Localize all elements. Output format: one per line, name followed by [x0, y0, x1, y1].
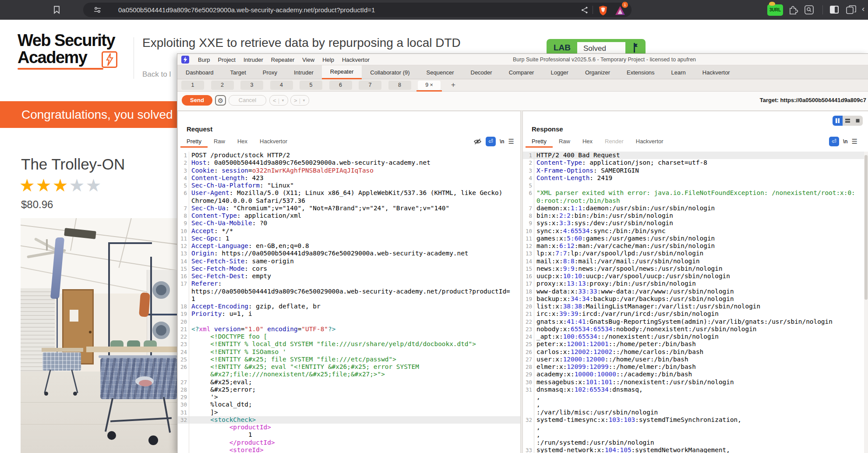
- hide-icon[interactable]: [473, 138, 482, 145]
- code-line[interactable]: 15Sec-Fetch-Mode: cors: [178, 265, 520, 273]
- code-line[interactable]: 5: [523, 182, 868, 189]
- code-line[interactable]: 18Accept-Encoding: gzip, deflate, br: [178, 303, 520, 310]
- bookmark-icon[interactable]: [53, 6, 60, 14]
- view-tab-render[interactable]: Render: [599, 136, 630, 148]
- code-line[interactable]: 15news:x:9:9:news:/var/spool/news:/usr/s…: [523, 265, 868, 273]
- send-button[interactable]: Send: [182, 95, 212, 106]
- code-line[interactable]: 14Sec-Fetch-Site: same-origin: [178, 258, 520, 265]
- code-line[interactable]: 28 &#x25;error;: [178, 386, 520, 393]
- code-line[interactable]: 5Sec-Ch-Ua-Platform: "Linux": [178, 182, 520, 189]
- tab-sequencer[interactable]: Sequencer: [418, 65, 462, 79]
- view-tab-hackvertor[interactable]: Hackvertor: [630, 136, 670, 148]
- repeater-tab-5[interactable]: 5: [300, 81, 322, 90]
- scrollbar-thumb[interactable]: [864, 155, 868, 300]
- search-box-icon[interactable]: [804, 5, 814, 15]
- code-line[interactable]: 32 <stockCheck>: [178, 416, 520, 424]
- code-line[interactable]: 22gnats:x:41:41:GnatsBug-ReportingSystem…: [523, 318, 868, 326]
- repeater-tab-8[interactable]: 8: [388, 81, 411, 90]
- code-line[interactable]: 9sys:x:3:3:sys:/dev:/usr/sbin/nologin: [523, 219, 868, 227]
- code-line[interactable]: 20: [178, 318, 520, 326]
- view-tab-raw[interactable]: Raw: [208, 136, 231, 148]
- new-repeater-tab-button[interactable]: +: [448, 81, 459, 90]
- tab-target[interactable]: Target: [222, 65, 254, 79]
- code-line[interactable]: 6User-Agent: Mozilla/5.0 (X11; Linux x86…: [178, 189, 520, 197]
- code-line[interactable]: 1: [178, 431, 520, 439]
- code-line[interactable]: 29academy:x:10000:10000::/academy:/bin/b…: [523, 371, 868, 378]
- menu-intruder[interactable]: Intruder: [240, 57, 267, 63]
- code-line[interactable]: 8bin:x:2:2:bin:/bin:/usr/sbin/nologin: [523, 212, 868, 219]
- view-tab-hackvertor[interactable]: Hackvertor: [254, 136, 293, 148]
- code-line[interactable]: 2Content-Type: application/json; charset…: [523, 159, 868, 166]
- chevron-icon[interactable]: ‹: [862, 4, 864, 14]
- code-line[interactable]: 12Accept-Language: en-GB,en;q=0.8: [178, 242, 520, 250]
- code-line[interactable]: 11Sec-Gpc: 1: [178, 235, 520, 242]
- menu-view[interactable]: View: [298, 57, 318, 63]
- code-line[interactable]: ,: [523, 393, 868, 401]
- menu-hackvertor[interactable]: Hackvertor: [338, 57, 374, 63]
- response-scrollbar[interactable]: [864, 152, 868, 453]
- tab-repeater[interactable]: Repeater: [322, 65, 362, 79]
- code-line[interactable]: 1HTTP/2 400 Bad Request: [523, 152, 868, 159]
- code-line[interactable]: https://0a0500b504441d9a809c76e50029000a…: [178, 288, 520, 295]
- code-line[interactable]: 31 ]>: [178, 409, 520, 416]
- code-line[interactable]: Chrome/140.0.0.0 Safari/537.36: [178, 197, 520, 205]
- code-line[interactable]: ,: [523, 401, 868, 408]
- code-line[interactable]: <storeId>: [178, 446, 520, 453]
- view-tab-raw[interactable]: Raw: [553, 136, 576, 148]
- tab-organizer[interactable]: Organizer: [577, 65, 618, 79]
- code-line[interactable]: 3Cookie: session=o322nIwrKAghfPNSBaldEPI…: [178, 167, 520, 174]
- repeater-tab-9[interactable]: 9 ×: [418, 81, 441, 90]
- code-line[interactable]: 19backup:x:34:34:backup:/var/backups:/us…: [523, 295, 868, 303]
- tab-hackvertor[interactable]: Hackvertor: [694, 65, 738, 79]
- editor-menu-icon[interactable]: ☰: [852, 138, 857, 145]
- code-line[interactable]: 2Host: 0a0500b504441d9a809c76e50029000a.…: [178, 159, 520, 166]
- code-line[interactable]: 24_apt:x:100:65534::/nonexistent:/usr/sb…: [523, 333, 868, 340]
- share-icon[interactable]: [581, 6, 589, 14]
- repeater-tab-6[interactable]: 6: [329, 81, 352, 90]
- code-line[interactable]: 17proxy:x:13:13:proxy:/bin:/usr/sbin/nol…: [523, 280, 868, 287]
- code-line[interactable]: 18www-data:x:33:33:www-data:/var/www:/us…: [523, 288, 868, 295]
- code-line[interactable]: &#x27;file:///nonexistent/&#x25;file;&#x…: [178, 371, 520, 378]
- view-tab-hex[interactable]: Hex: [231, 136, 254, 148]
- extensions-puzzle-icon[interactable]: [788, 5, 798, 15]
- code-line[interactable]: 1POST /product/stock HTTP/2: [178, 152, 520, 159]
- next-request-button[interactable]: >|▼: [290, 95, 309, 106]
- windows-icon[interactable]: [846, 5, 857, 14]
- request-editor[interactable]: 1POST /product/stock HTTP/22Host: 0a0500…: [178, 152, 520, 453]
- tab-comparer[interactable]: Comparer: [501, 65, 543, 79]
- code-line[interactable]: </productId>: [178, 439, 520, 446]
- tab-collaborator-9-[interactable]: Collaborator (9): [362, 65, 418, 79]
- code-line[interactable]: 3X-Frame-Options: SAMEORIGIN: [523, 167, 868, 174]
- code-line[interactable]: ,: [523, 424, 868, 431]
- menu-burp[interactable]: Burp: [194, 57, 214, 63]
- menu-project[interactable]: Project: [214, 57, 239, 63]
- single-layout-button[interactable]: [853, 116, 863, 126]
- code-line[interactable]: 33systemd-network:x:104:105:systemdNetwo…: [523, 446, 868, 453]
- rows-layout-button[interactable]: [843, 116, 853, 126]
- response-editor[interactable]: 1HTTP/2 400 Bad Request2Content-Type: ap…: [523, 152, 868, 453]
- code-line[interactable]: ,: [523, 431, 868, 439]
- cancel-button[interactable]: Cancel: [229, 95, 266, 106]
- tab-decoder[interactable]: Decoder: [462, 65, 501, 79]
- code-line[interactable]: 10sync:x:4:65534:sync:/bin:/bin/sync: [523, 227, 868, 235]
- code-line[interactable]: 0:root:/root:/bin/bash: [523, 197, 868, 205]
- code-line[interactable]: 26carlos:x:12002:12002::/home/carlos:/bi…: [523, 348, 868, 356]
- code-line[interactable]: 24 <!ENTITY % ISOamso ': [178, 348, 520, 356]
- code-line[interactable]: 30messagebus:x:101:101::/nonexistent:/us…: [523, 379, 868, 386]
- code-line[interactable]: 13lp:x:7:7:lp:/var/spool/lpd:/usr/sbin/n…: [523, 250, 868, 257]
- code-line[interactable]: 17Referer:: [178, 280, 520, 287]
- code-line[interactable]: 13Origin: https://0a0500b504441d9a809c76…: [178, 250, 520, 257]
- code-line[interactable]: 31dnsmasq:x:102:65534:dnsmasq,: [523, 386, 868, 393]
- code-line[interactable]: 7daemon:x:1:1:daemon:/usr/sbin:/usr/sbin…: [523, 205, 868, 212]
- code-line[interactable]: 11games:x:5:60:games:/usr/games:/usr/sbi…: [523, 235, 868, 242]
- brave-shield-icon[interactable]: [598, 5, 608, 16]
- site-settings-icon[interactable]: [94, 7, 101, 13]
- layout-switcher[interactable]: [833, 116, 863, 126]
- menu-help[interactable]: Help: [318, 57, 338, 63]
- wrap-toggle-button[interactable]: ⏎: [486, 137, 496, 146]
- tab-learn[interactable]: Learn: [663, 65, 694, 79]
- code-line[interactable]: 25 <!ENTITY &#x25; file SYSTEM "file:///…: [178, 356, 520, 363]
- repeater-tab-1[interactable]: 1: [181, 81, 204, 90]
- code-line[interactable]: :/var/lib/misc:/usr/sbin/nologin: [523, 409, 868, 416]
- editor-menu-icon[interactable]: ☰: [508, 138, 514, 145]
